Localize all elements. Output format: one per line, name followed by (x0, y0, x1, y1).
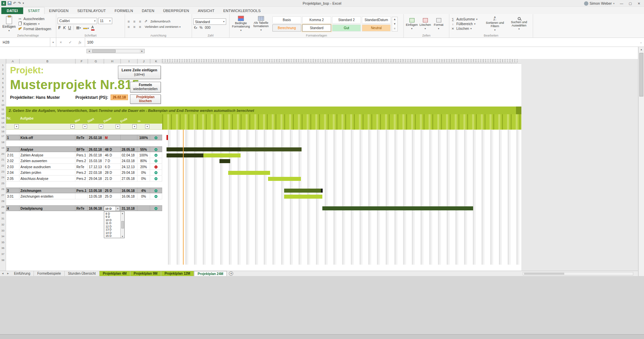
underline-button[interactable]: U (68, 25, 71, 30)
start-cell[interactable]: 16.06.18 (88, 206, 104, 211)
wer-cell[interactable]: Pers.2 (75, 158, 88, 163)
sheet-tab-projektplan-9m[interactable]: Projektplan 9M (130, 271, 161, 276)
table-row[interactable]: 4DetailplanungReTe16.06.1810 D▼31.10.18 (6, 205, 162, 211)
font-name-select[interactable]: Calibri▾ (58, 18, 97, 24)
row-header[interactable]: 2 (0, 68, 6, 71)
restore-formulas-button[interactable]: Formelnwiederherstellen (130, 82, 161, 92)
row-header[interactable]: 7 (0, 90, 6, 93)
column-header-K[interactable]: K (150, 59, 162, 64)
wer-cell[interactable]: ReTe (75, 206, 88, 211)
cell-style-chip[interactable]: Standard (302, 24, 331, 31)
row-header[interactable]: 17 (0, 135, 6, 138)
ende-cell[interactable]: 27.05.18 (121, 176, 137, 181)
row-header[interactable]: 37 (0, 253, 6, 256)
task-cell[interactable]: Zeichnungen (19, 188, 75, 193)
format-as-table-button[interactable]: Als Tabelle formatieren▾ (251, 15, 271, 33)
dropdown-item[interactable]: 11 D (104, 222, 120, 225)
filter-dropdown-icon[interactable]: ▼ (145, 124, 149, 129)
filter-dropdown-icon[interactable]: ▼ (132, 124, 137, 129)
cell-style-chip[interactable]: Gut (332, 24, 361, 31)
task-cell[interactable]: Detailplanung (19, 206, 75, 211)
delete-cells-button[interactable]: Löschen▾ (418, 15, 432, 33)
new-sheet-button[interactable]: + (229, 271, 233, 276)
conditional-formatting-button[interactable]: Bedingte Formatierung▾ (231, 15, 251, 33)
dropdown-item[interactable]: 9 D (104, 215, 120, 219)
nr-cell[interactable]: 3.01 (6, 194, 19, 199)
gantt-scrollbar[interactable]: ◄ ► (86, 49, 145, 53)
project-start-value[interactable]: 26.02.18 (111, 94, 128, 100)
row-header[interactable]: 3 (0, 72, 6, 75)
cell-style-chip[interactable]: Neutral (362, 24, 391, 31)
nr-cell[interactable]: 2.03 (6, 164, 19, 170)
row-header[interactable]: 5 (0, 81, 6, 84)
row-header[interactable]: 27 (0, 194, 6, 197)
percent-format-button[interactable]: % (200, 26, 203, 29)
filter-dropdown-icon[interactable]: ▼ (83, 124, 87, 129)
scrollbar-thumb[interactable] (524, 273, 564, 275)
row-header[interactable]: 11 (0, 108, 6, 111)
align-left-icon[interactable]: ≡ (126, 25, 131, 29)
wer-cell[interactable]: ReTe (75, 135, 88, 140)
start-cell[interactable]: 26.02.18 (88, 152, 104, 158)
duration-dropdown-list[interactable]: 8 D9 D10 D11 D12 D13 D14 D15 D ▲ ▼ (104, 211, 125, 238)
nr-cell[interactable]: 2.02 (6, 158, 19, 163)
cell-style-chip[interactable]: Berechnung (272, 24, 301, 31)
duration-cell[interactable]: 10 D▼ (104, 206, 121, 211)
align-right-icon[interactable]: ≡ (138, 25, 142, 29)
table-row[interactable]: 2.01Zahlen AnalysePers.126.02.1846 D02.0… (6, 152, 162, 158)
nr-cell[interactable]: 3 (6, 188, 19, 193)
redo-icon[interactable]: ↷ (18, 1, 21, 5)
ribbon-tab-entwicklertools[interactable]: ENTWICKLERTOOLS (219, 7, 265, 14)
dropdown-scrollbar[interactable]: ▲ ▼ (120, 212, 124, 238)
gantt-bar[interactable] (322, 206, 473, 210)
bold-button[interactable]: F (58, 25, 61, 30)
name-box-dropdown-icon[interactable]: ▾ (50, 38, 56, 47)
row-header[interactable]: 36 (0, 247, 6, 250)
sheet-tab-stunden-übersicht[interactable]: Stunden-Übersicht (65, 271, 100, 276)
gantt-bar[interactable] (241, 147, 302, 151)
wer-cell[interactable]: Pers.1 (75, 188, 88, 193)
dauer-cell[interactable]: 25 D (104, 188, 121, 193)
gantt-bar[interactable] (167, 147, 241, 151)
row-header[interactable]: 15 (0, 126, 6, 129)
dauer-cell[interactable]: 48 D (104, 147, 121, 152)
italic-button[interactable]: K (63, 25, 66, 30)
pct-cell[interactable]: 100% (137, 152, 150, 158)
row-header[interactable]: 4 (0, 77, 6, 80)
name-box[interactable]: H28 (0, 38, 50, 47)
copy-button[interactable]: Kopieren▾ (18, 22, 51, 26)
row-header[interactable]: 16 (0, 130, 6, 133)
ende-cell[interactable]: 02.04.18 (121, 152, 137, 158)
sheet-tab-formelbeispiele[interactable]: Formelbeispiele (34, 271, 65, 276)
gallery-up-icon[interactable]: ▲ (392, 17, 397, 22)
combo-dropdown-icon[interactable]: ▼ (116, 206, 120, 211)
scroll-up-icon[interactable]: ▲ (122, 212, 124, 215)
font-color-button[interactable]: A (91, 25, 94, 30)
task-cell[interactable]: Zahlen Analyse (19, 152, 75, 158)
table-row[interactable]: 2.02Zahlen auswertenPers.215.03.187 D24.… (6, 158, 162, 164)
table-row[interactable]: 3ZeichnungenPers.113.05.1825 D16.06.184% (6, 188, 162, 193)
dauer-cell[interactable]: 6 D (104, 164, 121, 170)
nr-cell[interactable]: 2.01 (6, 152, 19, 158)
row-header[interactable]: 24 (0, 176, 6, 179)
dauer-cell[interactable]: 46 D (104, 152, 121, 158)
row-header[interactable]: 20 (0, 152, 6, 155)
nr-cell[interactable]: 1 (6, 135, 19, 140)
wrap-text-button[interactable]: Zeilenumbruch (150, 20, 171, 23)
clear-project-plan-button[interactable]: Projektplanlöschen (130, 94, 161, 104)
scrollbar-thumb[interactable] (121, 221, 124, 228)
ribbon-tab-daten[interactable]: DATEN (137, 7, 158, 14)
pct-cell[interactable]: 0% (137, 194, 150, 199)
cell-style-chip[interactable]: Basis (272, 16, 301, 23)
task-cell[interactable]: Kick-off (19, 135, 75, 140)
insert-cells-button[interactable]: Einfügen▾ (405, 15, 418, 33)
wer-cell[interactable]: Pers.2 (75, 170, 88, 175)
dauer-cell[interactable]: 28 D (104, 170, 121, 175)
row-header[interactable]: 8 (0, 94, 6, 97)
sheet-tab-einführung[interactable]: Einführung (11, 271, 34, 276)
align-middle-icon[interactable]: ≡ (132, 19, 137, 23)
task-cell[interactable]: Zeichnungen erstellen (19, 194, 75, 199)
horizontal-scrollbar[interactable] (523, 272, 633, 275)
pct-cell[interactable]: 4% (137, 188, 150, 193)
gantt-bar[interactable] (167, 135, 168, 140)
